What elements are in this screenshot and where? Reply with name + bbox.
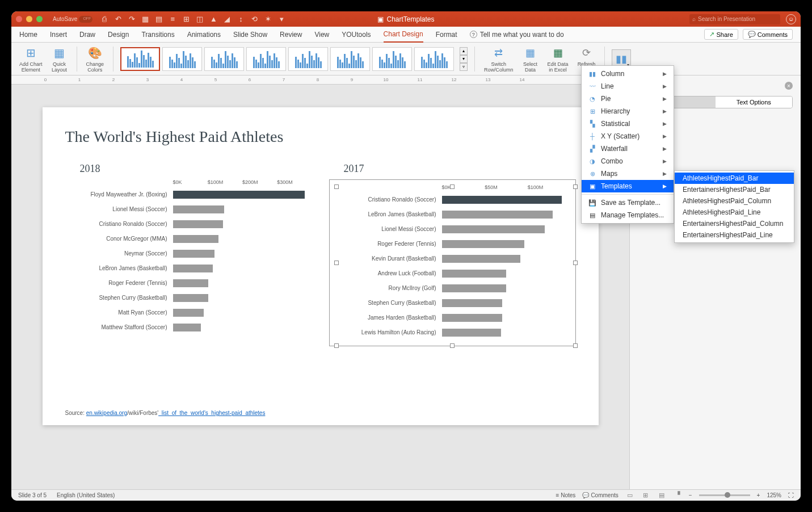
tell-me-button[interactable]: ? Tell me what you want to do (470, 31, 564, 39)
qat-icon[interactable]: ◫ (196, 15, 204, 23)
fit-to-window-icon[interactable]: ⛶ (788, 492, 794, 498)
language-indicator[interactable]: English (United States) (57, 492, 115, 498)
chart-style-thumb[interactable] (330, 47, 370, 71)
tab-view[interactable]: View (314, 27, 329, 42)
selection-handle[interactable] (450, 343, 455, 348)
save-icon[interactable]: ⎙ (100, 15, 108, 23)
window-minimize-icon[interactable] (26, 16, 32, 22)
close-icon[interactable]: × (785, 82, 793, 90)
source-link[interactable]: en.wikipedia.org (86, 410, 127, 416)
template-item[interactable]: AthletesHighestPaid_Bar (675, 173, 794, 184)
style-scroll-down-button[interactable]: ▾ (460, 55, 468, 63)
chart-style-thumb[interactable] (162, 47, 202, 71)
menu-item-statistical[interactable]: ▚Statistical▶ (582, 117, 674, 130)
comments-button[interactable]: 💬Comments (743, 29, 793, 40)
qat-icon[interactable]: ↕ (237, 15, 245, 23)
chart-style-thumb[interactable] (414, 47, 454, 71)
tab-review[interactable]: Review (280, 27, 302, 42)
chart-style-thumb[interactable] (246, 47, 286, 71)
tab-design[interactable]: Design (108, 27, 129, 42)
menu-item-xyscatter[interactable]: ┼X Y (Scatter)▶ (582, 130, 674, 142)
window-zoom-icon[interactable] (36, 16, 43, 22)
window-close-icon[interactable] (16, 16, 22, 22)
templates-submenu: AthletesHighestPaid_BarEntertainersHighe… (674, 170, 794, 243)
selection-handle[interactable] (334, 184, 339, 189)
selection-handle[interactable] (334, 343, 339, 348)
reading-view-icon[interactable]: ▤ (657, 492, 666, 500)
slideshow-view-icon[interactable]: ▝ (673, 492, 682, 500)
select-data-button[interactable]: ▦ Select Data (520, 44, 541, 74)
selection-handle[interactable] (573, 343, 578, 348)
menu-item-column[interactable]: ▮▮Column▶ (582, 68, 674, 80)
bar-chart[interactable]: $0K$50M$100MCristiano Ronaldo (Soccer)Le… (329, 179, 576, 346)
change-colors-button[interactable]: 🎨 Change Colors (84, 44, 107, 74)
tab-youtools[interactable]: YOUtools (342, 27, 371, 42)
tab-chart-design[interactable]: Chart Design (384, 27, 423, 43)
qat-icon[interactable]: ▲ (209, 15, 217, 23)
qat-icon[interactable]: ▦ (141, 15, 149, 23)
quick-layout-button[interactable]: ▦ Quick Layout (49, 44, 70, 74)
template-item[interactable]: EntertainersHighestPaid_Column (675, 218, 794, 229)
menu-item-line[interactable]: 〰Line▶ (582, 80, 674, 93)
qat-icon[interactable]: ◢ (223, 15, 231, 23)
style-more-button[interactable]: ▿ (460, 63, 468, 71)
selection-handle[interactable] (450, 184, 455, 189)
menu-item-combo[interactable]: ◑Combo▶ (582, 155, 674, 167)
tab-format[interactable]: Format (436, 27, 457, 42)
bar-label: Rory McIlroy (Golf) (334, 285, 442, 291)
tab-insert[interactable]: Insert (50, 27, 67, 42)
chart-style-thumb[interactable] (120, 47, 160, 71)
source-link[interactable]: _list_of_the_world's_highest-paid_athlet… (158, 410, 265, 416)
menu-item-maps[interactable]: ⊗Maps▶ (582, 167, 674, 180)
bar-chart[interactable]: $0K$100M$200M$300MFloyd Mayweather Jr. (… (65, 179, 312, 333)
undo-icon[interactable]: ↶ (114, 15, 122, 23)
tab-draw[interactable]: Draw (79, 27, 95, 42)
save-as-template-item[interactable]: 💾Save as Template... (582, 196, 674, 209)
qat-icon[interactable]: ▾ (277, 15, 285, 23)
chart-style-thumb[interactable] (372, 47, 412, 71)
comments-button[interactable]: 💬Comments (582, 492, 618, 498)
tab-transitions[interactable]: Transitions (141, 27, 174, 42)
menu-item-pie[interactable]: ◔Pie▶ (582, 93, 674, 105)
sorter-view-icon[interactable]: ⊞ (641, 492, 650, 500)
chart-style-thumb[interactable] (288, 47, 328, 71)
zoom-level[interactable]: 125% (767, 492, 781, 498)
edit-data-excel-button[interactable]: ▦ Edit Data in Excel (545, 44, 571, 74)
selection-handle[interactable] (573, 184, 578, 189)
qat-icon[interactable]: ⟲ (250, 15, 258, 23)
style-scroll-up-button[interactable]: ▴ (460, 47, 468, 55)
qat-icon[interactable]: ▤ (155, 15, 163, 23)
selection-handle[interactable] (573, 261, 578, 265)
share-button[interactable]: ↗Share (704, 29, 738, 40)
template-item[interactable]: AthletesHighestPaid_Column (675, 195, 794, 207)
menu-item-templates[interactable]: ▣Templates▶ (582, 180, 674, 192)
text-options-toggle[interactable]: Text Options (716, 96, 793, 108)
qat-icon[interactable]: ⊞ (182, 15, 190, 23)
slide-canvas[interactable]: The World's Highest Paid Athletes 2018$0… (43, 107, 599, 425)
document-title: ▣ ChartTemplates (377, 15, 434, 23)
user-icon[interactable]: ☺ (786, 14, 796, 24)
zoom-out-button[interactable]: − (689, 492, 692, 498)
template-item[interactable]: EntertainersHighestPaid_Line (675, 229, 794, 241)
tab-animations[interactable]: Animations (187, 27, 221, 42)
menu-item-waterfall[interactable]: ▞Waterfall▶ (582, 142, 674, 155)
qat-icon[interactable]: ≡ (169, 15, 176, 23)
notes-button[interactable]: ≡Notes (556, 492, 575, 498)
tab-home[interactable]: Home (19, 27, 37, 42)
search-input[interactable]: ⌕ Search in Presentation (689, 14, 780, 24)
manage-templates-item[interactable]: ▤Manage Templates... (582, 209, 674, 221)
normal-view-icon[interactable]: ▭ (625, 492, 634, 500)
redo-icon[interactable]: ↷ (128, 15, 136, 23)
chart-style-thumb[interactable] (204, 47, 244, 71)
zoom-slider[interactable] (699, 494, 750, 496)
zoom-in-button[interactable]: + (757, 492, 760, 498)
autosave-toggle[interactable]: AutoSave (53, 16, 92, 23)
switch-row-column-button[interactable]: ⇄ Switch Row/Column (482, 44, 516, 74)
add-chart-element-button[interactable]: ⊞ Add Chart Element (17, 44, 45, 74)
menu-item-hierarchy[interactable]: ⊞Hierarchy▶ (582, 105, 674, 117)
template-item[interactable]: AthletesHighestPaid_Line (675, 207, 794, 218)
qat-icon[interactable]: ✶ (264, 15, 272, 23)
selection-handle[interactable] (334, 261, 339, 265)
template-item[interactable]: EntertainersHighestPaid_Bar (675, 184, 794, 195)
tab-slideshow[interactable]: Slide Show (233, 27, 267, 42)
